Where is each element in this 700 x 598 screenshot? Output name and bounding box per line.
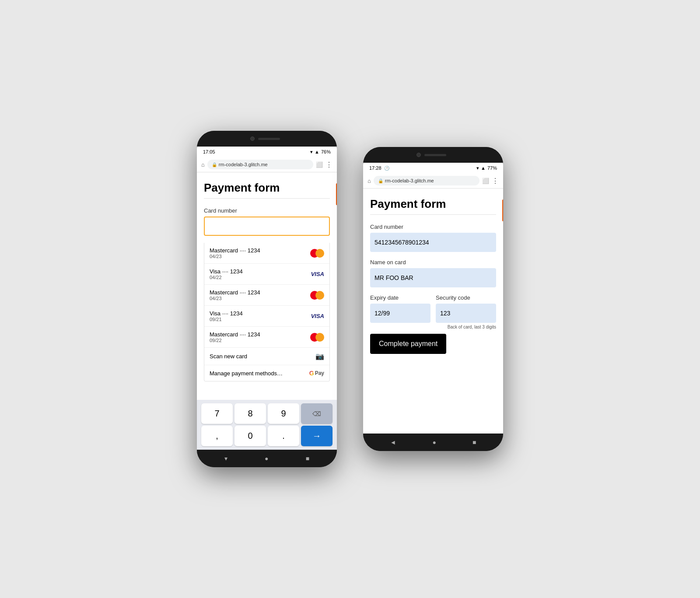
card-item-0[interactable]: Mastercard ···· 1234 04/23 xyxy=(204,243,329,264)
card-info-4: Mastercard ···· 1234 09/22 xyxy=(210,331,260,343)
left-address-bar[interactable]: ⌂ 🔒 rm-codelab-3.glitch.me ⬜ ⋮ xyxy=(197,157,337,172)
left-divider xyxy=(204,198,330,199)
expiry-col: Expiry date xyxy=(370,294,430,323)
orange-edge-right xyxy=(502,199,503,221)
card-item-2[interactable]: Mastercard ···· 1234 04/23 xyxy=(204,285,329,306)
right-address-bar[interactable]: ⌂ 🔒 rm-codelab-3.glitch.me ⬜ ⋮ xyxy=(363,173,503,189)
speaker-left xyxy=(258,138,280,140)
right-page-title: Payment form xyxy=(370,197,496,211)
speaker-right xyxy=(424,154,446,156)
card-name-1: Visa ···· 1234 xyxy=(210,268,243,275)
keyboard: 7 8 9 ⌫ , 0 . → xyxy=(197,400,337,450)
right-card-input[interactable] xyxy=(370,233,496,252)
home-icon: ⌂ xyxy=(201,161,205,168)
left-card-label: Card number xyxy=(204,207,330,214)
wifi-icon-right: ▾ xyxy=(476,165,479,171)
left-card-input[interactable] xyxy=(204,217,330,236)
security-input[interactable] xyxy=(436,304,496,323)
right-nav-bar: ◄ ● ■ xyxy=(363,434,503,451)
security-label: Security code xyxy=(436,294,496,301)
key-dot[interactable]: . xyxy=(268,426,299,446)
scan-label: Scan new card xyxy=(210,353,247,360)
card-expiry-0: 04/23 xyxy=(210,254,260,259)
mc-logo-0 xyxy=(310,249,324,258)
url-bar-right[interactable]: 🔒 rm-codelab-3.glitch.me xyxy=(374,176,480,185)
battery-right: 77% xyxy=(487,165,497,171)
mc-logo-4 xyxy=(310,333,324,342)
card-info-1: Visa ···· 1234 04/22 xyxy=(210,268,243,280)
orange-edge xyxy=(336,183,337,205)
mc-yellow-2 xyxy=(315,291,324,300)
bottom-white-area xyxy=(363,416,503,434)
complete-payment-button[interactable]: Complete payment xyxy=(370,334,446,354)
left-status-bar: 17:05 ▾ ▲ 76% xyxy=(197,147,337,157)
key-7[interactable]: 7 xyxy=(201,403,233,424)
autocomplete-list: Mastercard ···· 1234 04/23 Visa ···· 123… xyxy=(204,243,330,381)
manage-row[interactable]: Manage payment methods… G Pay xyxy=(204,365,329,381)
card-name-3: Visa ···· 1234 xyxy=(210,310,243,317)
key-8[interactable]: 8 xyxy=(234,403,266,424)
right-name-input[interactable] xyxy=(370,268,496,287)
url-bar-left[interactable]: 🔒 rm-codelab-3.glitch.me xyxy=(207,160,313,169)
status-right-right: ▾ ▲ 77% xyxy=(476,165,497,171)
key-9[interactable]: 9 xyxy=(268,403,299,424)
nav-recents-right[interactable]: ■ xyxy=(472,439,476,446)
card-expiry-2: 04/23 xyxy=(210,296,260,301)
nav-back-left[interactable]: ▾ xyxy=(224,455,228,462)
card-expiry-1: 04/22 xyxy=(210,275,243,280)
nav-home-left[interactable]: ● xyxy=(265,455,268,462)
card-info-3: Visa ···· 1234 09/21 xyxy=(210,310,243,322)
expiry-input[interactable] xyxy=(370,304,430,323)
left-notch xyxy=(197,131,337,147)
lock-icon-right: 🔒 xyxy=(378,178,383,183)
left-time: 17:05 xyxy=(203,149,215,154)
mc-logo-2 xyxy=(310,291,324,300)
card-item-1[interactable]: Visa ···· 1234 04/22 VISA xyxy=(204,264,329,285)
right-name-group: Name on card xyxy=(370,259,496,287)
menu-icon-right[interactable]: ⋮ xyxy=(492,177,499,185)
wifi-icon: ▾ xyxy=(310,149,313,155)
nav-home-right[interactable]: ● xyxy=(432,439,436,446)
key-comma[interactable]: , xyxy=(201,426,233,446)
expiry-label: Expiry date xyxy=(370,294,430,301)
key-0[interactable]: 0 xyxy=(234,426,266,446)
manage-label: Manage payment methods… xyxy=(210,370,283,377)
signal-icon-right: ▲ xyxy=(481,165,486,171)
card-name-2: Mastercard ···· 1234 xyxy=(210,289,260,296)
right-card-group: Card number xyxy=(370,224,496,252)
url-text-right: rm-codelab-3.glitch.me xyxy=(385,178,434,183)
visa-logo-3: VISA xyxy=(311,313,324,319)
tab-icon-left[interactable]: ⬜ xyxy=(316,161,323,168)
tab-icon-right[interactable]: ⬜ xyxy=(482,178,489,184)
lock-icon-left: 🔒 xyxy=(212,162,217,167)
card-item-4[interactable]: Mastercard ···· 1234 09/22 xyxy=(204,327,329,348)
card-name-0: Mastercard ···· 1234 xyxy=(210,247,260,254)
key-next[interactable]: → xyxy=(301,426,332,446)
card-expiry-3: 09/21 xyxy=(210,317,243,322)
pay-text: Pay xyxy=(315,370,324,376)
nav-recents-left[interactable]: ■ xyxy=(306,455,309,462)
battery-left: 76% xyxy=(321,149,331,154)
scan-row[interactable]: Scan new card 📷 xyxy=(204,348,329,365)
right-notch xyxy=(363,147,503,163)
card-name-4: Mastercard ···· 1234 xyxy=(210,331,260,338)
gpay-badge: G Pay xyxy=(309,370,324,377)
right-phone-wrapper: 17:28 🕐 ▾ ▲ 77% ⌂ 🔒 rm-codelab-3.glitch.… xyxy=(363,147,503,451)
camera-icon: 📷 xyxy=(315,352,324,360)
card-info-0: Mastercard ···· 1234 04/23 xyxy=(210,247,260,259)
camera-left xyxy=(250,136,255,141)
card-item-3[interactable]: Visa ···· 1234 09/21 VISA xyxy=(204,306,329,327)
mc-yellow-4 xyxy=(315,333,324,342)
security-hint: Back of card, last 3 digits xyxy=(370,325,496,329)
left-card-group: Card number xyxy=(204,207,330,236)
right-time: 17:28 xyxy=(369,165,382,171)
menu-icon-left[interactable]: ⋮ xyxy=(326,161,332,169)
right-page-area: Payment form Card number Name on card Ex… xyxy=(363,189,503,416)
key-backspace[interactable]: ⌫ xyxy=(301,403,332,424)
status-right-left: ▾ ▲ 76% xyxy=(310,149,331,155)
left-phone: 17:05 ▾ ▲ 76% ⌂ 🔒 rm-codelab-3.glitch.me… xyxy=(197,131,337,467)
nav-back-right[interactable]: ◄ xyxy=(390,439,396,446)
right-card-label: Card number xyxy=(370,224,496,230)
right-bottom-row: Expiry date Security code xyxy=(370,294,496,323)
left-nav-bar: ▾ ● ■ xyxy=(197,450,337,467)
